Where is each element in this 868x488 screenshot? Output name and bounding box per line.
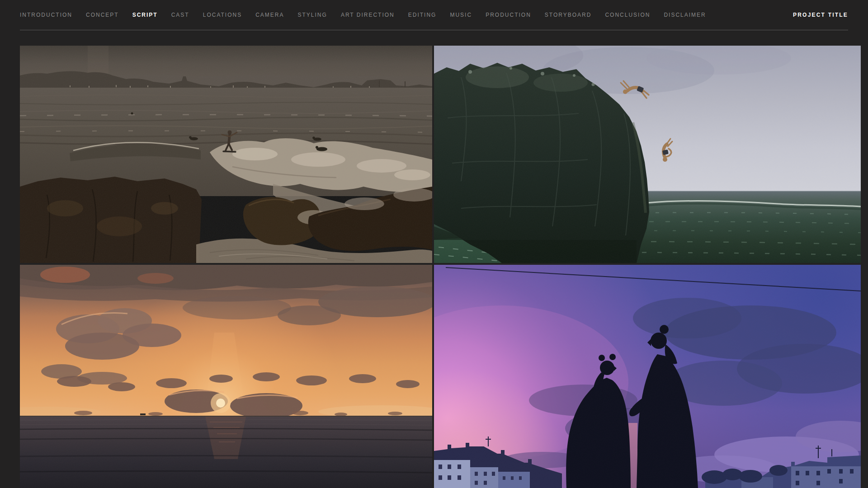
nav-item-locations[interactable]: LOCATIONS [203,12,242,18]
sunset-photo-illustration [20,265,432,488]
nav-item-cast[interactable]: CAST [171,12,189,18]
top-nav: INTRODUCTIONCONCEPTSCRIPTCASTLOCATIONSCA… [20,0,848,30]
nav-item-disclaimer[interactable]: DISCLAIMER [664,12,706,18]
photo-couple-dusk[interactable] [434,265,861,488]
photo-surfers[interactable] [20,46,432,263]
surfers-photo-illustration [20,46,432,263]
cliff-divers-photo-illustration [434,46,861,263]
film-grain [434,265,861,488]
nav-item-styling[interactable]: STYLING [298,12,327,18]
photo-cliff-divers[interactable] [434,46,861,263]
nav-item-camera[interactable]: CAMERA [255,12,284,18]
couple-dusk-photo-illustration [434,265,861,488]
project-title-link[interactable]: PROJECT TITLE [793,12,848,18]
nav-item-editing[interactable]: EDITING [408,12,437,18]
nav-item-introduction[interactable]: INTRODUCTION [20,12,72,18]
nav-menu: INTRODUCTIONCONCEPTSCRIPTCASTLOCATIONSCA… [20,12,706,18]
film-grain [434,46,861,263]
nav-item-production[interactable]: PRODUCTION [486,12,531,18]
film-grain [20,265,432,488]
treatment-page: INTRODUCTIONCONCEPTSCRIPTCASTLOCATIONSCA… [0,0,868,488]
nav-item-concept[interactable]: CONCEPT [86,12,119,18]
nav-item-music[interactable]: MUSIC [450,12,472,18]
nav-item-script[interactable]: SCRIPT [132,12,158,18]
film-grain [20,46,432,263]
nav-item-art-direction[interactable]: ART DIRECTION [341,12,395,18]
photo-sunset-sea[interactable] [20,265,432,488]
nav-item-storyboard[interactable]: STORYBOARD [545,12,592,18]
nav-item-conclusion[interactable]: CONCLUSION [605,12,650,18]
photo-grid [20,46,848,488]
